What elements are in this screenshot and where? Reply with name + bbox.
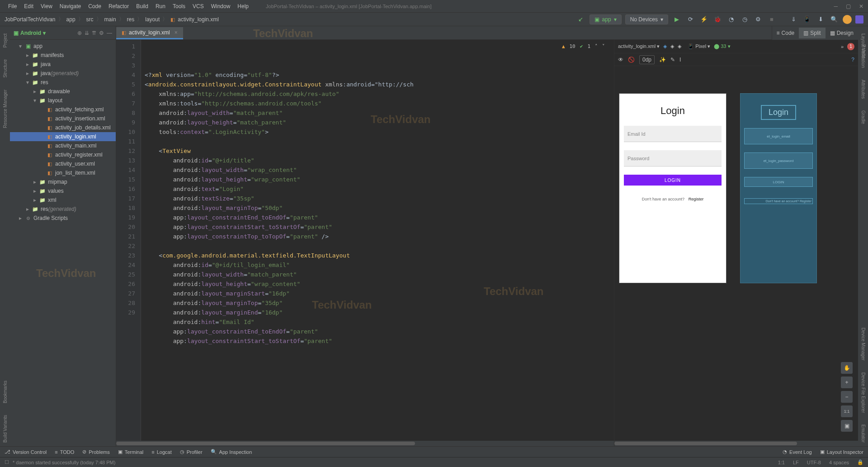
zoom-fit-icon[interactable]: 1:1: [841, 405, 853, 417]
tool-todo[interactable]: ≡ TODO: [55, 449, 74, 455]
menu-refactor[interactable]: Refactor: [105, 3, 132, 10]
crumb-src[interactable]: src: [86, 16, 94, 23]
tree-item[interactable]: activity_insertion.xml: [10, 114, 116, 123]
caret-position[interactable]: 1:1: [778, 460, 785, 465]
crumb-res[interactable]: res: [127, 16, 135, 23]
editor-scrollbar-h[interactable]: [116, 441, 614, 446]
tree-item[interactable]: ▸manifests: [10, 51, 116, 60]
readonly-lock-icon[interactable]: 🔒: [857, 459, 863, 465]
tree-item[interactable]: ▾layout: [10, 96, 116, 105]
text-tool-icon[interactable]: I: [679, 57, 681, 63]
inspection-widget[interactable]: ▲10 ✔1 ˄ ˅: [562, 42, 605, 51]
tree-item[interactable]: ▸values: [10, 186, 116, 195]
tool-palette[interactable]: Palette: [861, 44, 866, 58]
tool-app-inspection[interactable]: 🔍 App Inspection: [211, 449, 252, 455]
zoom-reset-icon[interactable]: ▣: [841, 420, 853, 432]
coverage-icon[interactable]: ◔: [726, 14, 736, 24]
menu-vcs[interactable]: VCS: [189, 3, 208, 10]
zoom-out-icon[interactable]: −: [841, 391, 853, 403]
indent-settings[interactable]: 4 spaces: [829, 460, 849, 465]
prev-highlight-icon[interactable]: ˄: [595, 42, 598, 51]
apply-changes-icon[interactable]: ⟳: [685, 14, 695, 24]
pan-tool-icon[interactable]: ✋: [841, 362, 853, 374]
hide-panel-icon[interactable]: —: [107, 30, 112, 36]
tree-item[interactable]: ▸res (generated): [10, 205, 116, 214]
menu-window[interactable]: Window: [208, 3, 234, 10]
magic-wand-icon[interactable]: ✨: [659, 57, 666, 63]
menu-edit[interactable]: Edit: [20, 3, 37, 10]
debug-icon[interactable]: 🐞: [712, 14, 722, 24]
menu-navigate[interactable]: Navigate: [56, 3, 85, 10]
crumb-layout[interactable]: layout: [145, 16, 160, 23]
tool-bookmarks[interactable]: Bookmarks: [3, 381, 8, 403]
minimize-icon[interactable]: ─: [834, 3, 838, 10]
tool-resource-manager[interactable]: Resource Manager: [3, 90, 8, 128]
close-icon[interactable]: ✕: [859, 3, 863, 10]
profile-icon[interactable]: ◷: [740, 14, 750, 24]
zoom-in-icon[interactable]: +: [841, 376, 853, 388]
tree-item[interactable]: activity_user.xml: [10, 159, 116, 168]
tool-project[interactable]: Project: [3, 33, 8, 48]
menu-file[interactable]: File: [5, 3, 20, 10]
search-icon[interactable]: 🔍: [829, 14, 839, 24]
tree-item[interactable]: ▸java (generated): [10, 69, 116, 78]
expand-icon[interactable]: ⇈: [92, 30, 96, 36]
tree-item[interactable]: activity_main.xml: [10, 141, 116, 150]
tree-item[interactable]: activity_register.xml: [10, 150, 116, 159]
stop-icon[interactable]: ■: [767, 14, 777, 24]
mode-design[interactable]: ▦ Design: [826, 28, 858, 38]
run-config-device[interactable]: No Devices ▾: [625, 14, 668, 24]
menu-build[interactable]: Build: [132, 3, 152, 10]
project-tree[interactable]: ▾app▸manifests▸java▸java (generated)▾res…: [10, 40, 116, 446]
design-error-badge[interactable]: 1: [847, 43, 854, 50]
dp-input[interactable]: 0dp: [639, 55, 655, 64]
code-editor[interactable]: 1234567891011121314151617181920212223242…: [116, 40, 614, 446]
tool-attributes[interactable]: Attributes: [861, 80, 866, 99]
tool-event-log[interactable]: ◔ Event Log: [783, 449, 812, 455]
tab-activity-login[interactable]: activity_login.xml ×: [116, 27, 183, 39]
design-scrollbar-h[interactable]: [614, 441, 858, 446]
mode-split[interactable]: ▥ Split: [799, 28, 825, 38]
menu-code[interactable]: Code: [85, 3, 105, 10]
tree-item[interactable]: activity_fetching.xml: [10, 105, 116, 114]
status-icon[interactable]: ☐: [5, 459, 9, 465]
tree-item[interactable]: ▸drawable: [10, 87, 116, 96]
orientation-icon[interactable]: 🚫: [628, 57, 635, 63]
avd-manager-icon[interactable]: 📱: [802, 14, 812, 24]
collapse-icon[interactable]: ⇊: [85, 30, 89, 36]
tool-structure[interactable]: Structure: [3, 59, 8, 78]
file-encoding[interactable]: UTF-8: [807, 460, 821, 465]
tool-profiler[interactable]: ◷ Profiler: [180, 449, 203, 455]
tree-item[interactable]: ▸Gradle Scripts: [10, 214, 116, 223]
tree-item[interactable]: ▸mipmap: [10, 177, 116, 186]
crumb-main[interactable]: main: [104, 16, 116, 23]
device-selector[interactable]: Pixel: [695, 43, 706, 49]
tree-item[interactable]: ▸xml: [10, 195, 116, 205]
tool-layout-inspector[interactable]: ▣ Layout Inspector: [820, 449, 863, 455]
run-button[interactable]: ▶: [672, 14, 682, 24]
tool-version-control[interactable]: ⎇ Version Control: [5, 449, 47, 455]
pencil-icon[interactable]: ✎: [670, 57, 675, 63]
tool-device-manager[interactable]: Device Manager: [861, 328, 866, 361]
user-avatar[interactable]: [843, 15, 852, 24]
view-options-icon[interactable]: 👁: [618, 57, 623, 63]
tool-gradle[interactable]: Gradle: [861, 110, 866, 124]
close-tab-icon[interactable]: ×: [175, 29, 178, 36]
tree-item[interactable]: ▸java: [10, 60, 116, 69]
blueprint-preview[interactable]: Login et_login_email et_login_password L…: [740, 93, 817, 283]
menu-view[interactable]: View: [37, 3, 56, 10]
design-preview[interactable]: Login Email Id Password LOGIN Don't have…: [619, 93, 726, 283]
settings-icon[interactable]: ⚙: [99, 30, 104, 36]
run-config-module[interactable]: ▣ app ▾: [590, 14, 622, 24]
api-level-icon[interactable]: ⬤ 33 ▾: [714, 43, 730, 49]
line-separator[interactable]: LF: [793, 460, 799, 465]
tree-item[interactable]: ▾res: [10, 78, 116, 87]
next-highlight-icon[interactable]: ˅: [602, 42, 605, 51]
surface-icon-1[interactable]: ◈: [663, 43, 667, 49]
menu-help[interactable]: Help: [234, 3, 252, 10]
surface-icon-2[interactable]: ◈: [670, 43, 674, 49]
project-view-mode[interactable]: ▣ Android ▾: [14, 30, 46, 36]
tree-item[interactable]: activity_login.xml: [10, 132, 116, 141]
maximize-icon[interactable]: ▢: [846, 3, 851, 10]
menu-tools[interactable]: Tools: [169, 3, 189, 10]
